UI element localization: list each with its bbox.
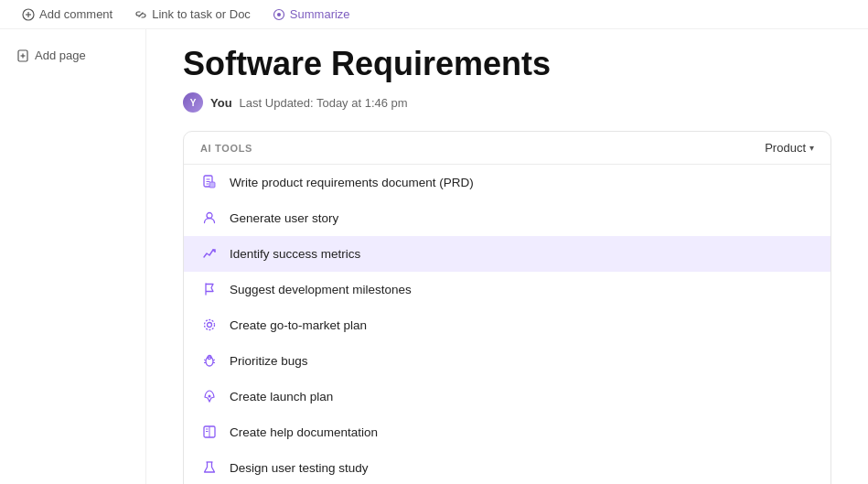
tool-item-8[interactable]: Create help documentation bbox=[184, 414, 830, 450]
avatar: Y bbox=[183, 92, 203, 113]
ai-tools-label: AI TOOLS bbox=[200, 143, 252, 154]
author-name: You bbox=[210, 96, 232, 110]
flag-icon bbox=[200, 280, 219, 298]
tool-label-7: Create launch plan bbox=[230, 390, 333, 403]
link-icon bbox=[134, 8, 147, 21]
svg-point-23 bbox=[209, 395, 211, 398]
tool-item-3[interactable]: Identify success metrics bbox=[184, 236, 830, 272]
tool-item-1[interactable]: Write product requirements document (PRD… bbox=[184, 165, 830, 200]
tool-label-8: Create help documentation bbox=[230, 425, 378, 439]
add-page-icon bbox=[16, 49, 29, 62]
gear-icon bbox=[200, 316, 219, 334]
tool-list: Write product requirements document (PRD… bbox=[184, 165, 830, 484]
summarize-label: Summarize bbox=[290, 7, 350, 21]
add-comment-button[interactable]: Add comment bbox=[22, 7, 113, 21]
svg-point-4 bbox=[277, 13, 281, 16]
book-icon bbox=[200, 423, 219, 441]
last-updated: Last Updated: Today at 1:46 pm bbox=[240, 96, 408, 110]
doc-icon bbox=[200, 173, 219, 191]
tool-label-3: Identify success metrics bbox=[230, 247, 360, 261]
ai-tools-header: AI TOOLS Product ▾ bbox=[184, 132, 830, 165]
tool-item-7[interactable]: Create launch plan bbox=[184, 379, 830, 414]
chart-icon bbox=[200, 244, 219, 263]
main-layout: Add page Software Requirements Y You Las… bbox=[0, 29, 868, 484]
product-dropdown-label: Product bbox=[765, 141, 806, 155]
tool-item-2[interactable]: Generate user story bbox=[184, 200, 830, 236]
bug-icon bbox=[200, 351, 219, 370]
rocket-icon bbox=[200, 387, 219, 405]
svg-point-17 bbox=[206, 357, 213, 366]
ai-tools-panel: AI TOOLS Product ▾ Write product require… bbox=[183, 131, 831, 484]
svg-rect-12 bbox=[209, 182, 215, 188]
flask-icon bbox=[200, 458, 219, 477]
svg-point-13 bbox=[207, 213, 212, 219]
tool-label-2: Generate user story bbox=[230, 211, 338, 225]
user-icon bbox=[200, 209, 219, 227]
tool-label-5: Create go-to-market plan bbox=[230, 318, 367, 332]
svg-point-15 bbox=[208, 323, 212, 328]
meta-row: Y You Last Updated: Today at 1:46 pm bbox=[183, 92, 831, 113]
svg-point-16 bbox=[205, 320, 215, 330]
tool-item-9[interactable]: Design user testing study bbox=[184, 450, 830, 484]
add-comment-label: Add comment bbox=[39, 7, 113, 21]
tool-item-4[interactable]: Suggest development milestones bbox=[184, 272, 830, 307]
tool-label-4: Suggest development milestones bbox=[230, 283, 412, 296]
comment-icon bbox=[22, 8, 35, 21]
product-dropdown[interactable]: Product ▾ bbox=[765, 141, 814, 155]
summarize-icon bbox=[273, 8, 285, 21]
link-task-label: Link to task or Doc bbox=[152, 7, 251, 21]
tool-label-1: Write product requirements document (PRD… bbox=[230, 176, 474, 189]
chevron-down-icon: ▾ bbox=[809, 143, 814, 153]
add-page-label: Add page bbox=[35, 48, 86, 62]
main-content: Software Requirements Y You Last Updated… bbox=[146, 29, 868, 484]
toolbar: Add comment Link to task or Doc Summariz… bbox=[0, 0, 868, 29]
summarize-button[interactable]: Summarize bbox=[273, 7, 350, 21]
sidebar: Add page bbox=[0, 29, 146, 484]
link-task-button[interactable]: Link to task or Doc bbox=[134, 7, 251, 21]
tool-label-9: Design user testing study bbox=[230, 461, 369, 475]
add-page-button[interactable]: Add page bbox=[11, 44, 134, 67]
tool-label-6: Prioritize bugs bbox=[230, 354, 308, 368]
tool-item-6[interactable]: Prioritize bugs bbox=[184, 343, 830, 379]
tool-item-5[interactable]: Create go-to-market plan bbox=[184, 307, 830, 343]
page-title: Software Requirements bbox=[183, 44, 831, 83]
